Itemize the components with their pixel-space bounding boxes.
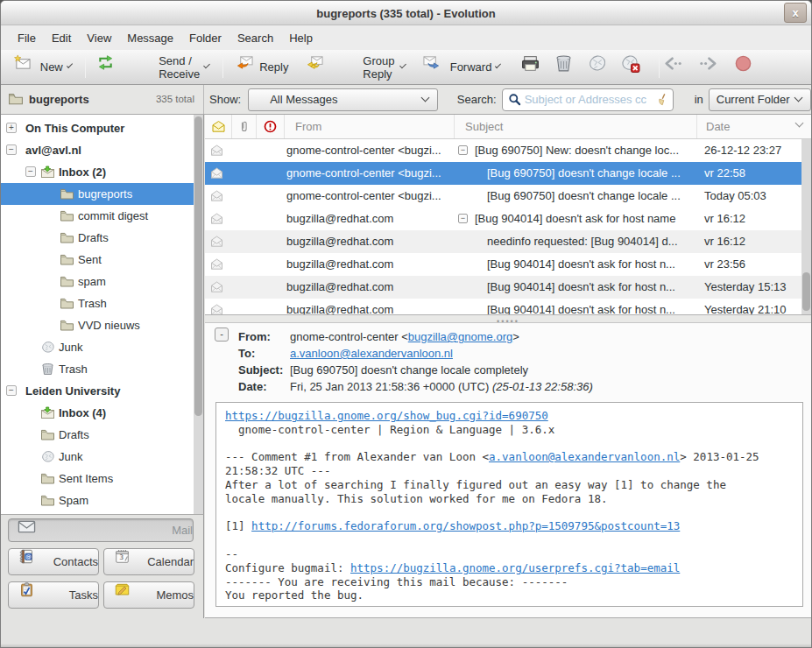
sidebar-item-drafts[interactable]: Drafts <box>1 424 203 446</box>
sidebar-item-inbox-2-[interactable]: −Inbox (2) <box>1 161 203 183</box>
subject-column-header[interactable]: Subject <box>455 115 697 138</box>
sidebar-item-junk[interactable]: Junk <box>1 336 203 358</box>
thread-collapse-icon[interactable]: − <box>458 145 468 155</box>
print-button[interactable] <box>520 54 550 81</box>
memos-view-button[interactable]: Memos <box>103 581 194 609</box>
menu-search[interactable]: Search <box>229 28 281 48</box>
sidebar-item-commit-digest[interactable]: commit digest <box>1 205 203 227</box>
message-row[interactable]: bugzilla@redhat.com−[Bug 904014] doesn't… <box>205 208 811 230</box>
calendar-view-button[interactable]: 3 Calendar <box>103 548 194 575</box>
titlebar[interactable]: bugreports (335 total) - Evolution x <box>1 1 811 25</box>
printer-icon <box>520 54 550 81</box>
svg-text:@: @ <box>25 553 31 560</box>
menu-message[interactable]: Message <box>119 28 181 48</box>
search-box <box>502 88 674 111</box>
body-line: -- <box>225 547 794 561</box>
date-column-header[interactable]: Date <box>697 115 812 138</box>
sidebar-item-spam[interactable]: Spam <box>1 490 203 511</box>
to-email-link[interactable]: a.vanloon@alexandervanloon.nl <box>290 347 453 360</box>
not-junk-button[interactable] <box>620 54 650 81</box>
scrollbar-thumb[interactable] <box>802 272 810 311</box>
online-status-slider-icon[interactable] <box>11 625 812 648</box>
sidebar-item-avl-avl-nl[interactable]: −avl@avl.nl <box>1 139 203 161</box>
delete-button[interactable] <box>554 54 583 81</box>
stop-icon <box>733 54 763 81</box>
next-message-button[interactable] <box>698 54 728 81</box>
message-list-scrollbar[interactable] <box>801 139 811 314</box>
message-subject: [Bug 904014] doesn't ask for host n... <box>487 280 706 293</box>
reply-button[interactable]: Reply <box>229 54 295 81</box>
folder-icon <box>40 428 55 441</box>
sidebar-item-bugreports[interactable]: bugreports <box>1 183 203 205</box>
tasks-view-button[interactable]: Tasks <box>8 581 99 609</box>
sidebar-item-on-this-computer[interactable]: +On This Computer <box>1 117 203 139</box>
from-column-header[interactable]: From <box>285 115 455 138</box>
body-line <box>225 437 794 451</box>
back-arrow-icon <box>663 54 693 81</box>
clear-search-icon[interactable] <box>655 93 668 106</box>
message-row[interactable]: bugzilla@redhat.com[Bug 904014] doesn't … <box>205 276 811 299</box>
sidebar-item-leiden-university[interactable]: −Leiden University <box>1 380 203 402</box>
message-row[interactable]: gnome-control-center <bugzi...[Bug 69075… <box>205 185 811 208</box>
contacts-view-button[interactable]: @ Contacts <box>8 548 99 575</box>
sidebar-item-trash[interactable]: Trash <box>1 292 203 314</box>
menu-view[interactable]: View <box>79 28 119 48</box>
mail-view-button[interactable]: Mail <box>8 518 194 542</box>
message-date: vr 16:12 <box>704 212 745 225</box>
expand-icon[interactable]: + <box>6 123 17 133</box>
sidebar-item-trash[interactable]: Trash <box>1 358 203 380</box>
menu-file[interactable]: File <box>10 28 44 48</box>
collapse-icon[interactable]: − <box>6 144 17 155</box>
show-filter-dropdown[interactable]: All Messages <box>248 88 438 111</box>
sidebar-item-sent[interactable]: Sent <box>1 249 203 271</box>
sidebar-item-vvd-nieuws[interactable]: VVD nieuws <box>1 314 203 336</box>
sidebar-item-drafts[interactable]: Drafts <box>1 227 203 249</box>
attachment-column-header[interactable] <box>232 115 257 138</box>
body-link[interactable]: https://bugzilla.gnome.org/show_bug.cgi?… <box>225 409 548 422</box>
body-link[interactable]: a.vanloon@alexandervanloon.nl <box>489 450 680 463</box>
collapse-headers-button[interactable]: - <box>215 328 229 342</box>
sidebar-scrollbar[interactable] <box>194 115 203 514</box>
folder-icon <box>60 275 74 288</box>
pane-splitter[interactable]: ••••• <box>205 314 811 323</box>
message-row[interactable]: bugzilla@redhat.comneedinfo requested: [… <box>205 230 811 253</box>
body-line: You reported the bug. <box>225 588 794 602</box>
menu-folder[interactable]: Folder <box>181 28 229 48</box>
priority-column-header[interactable] <box>257 115 285 138</box>
body-link[interactable]: http://forums.fedoraforum.org/showpost.p… <box>251 519 680 532</box>
sidebar-item-inbox-4-[interactable]: Inbox (4) <box>1 402 203 424</box>
message-read-icon <box>209 189 224 202</box>
menu-edit[interactable]: Edit <box>44 28 79 48</box>
stop-button[interactable] <box>733 54 763 81</box>
message-row[interactable]: gnome-control-center <bugzi...[Bug 69075… <box>205 162 811 185</box>
close-button[interactable]: x <box>784 3 807 23</box>
previous-message-button[interactable] <box>663 54 693 81</box>
search-input[interactable] <box>525 93 655 106</box>
body-link[interactable]: https://bugzilla.gnome.org/userprefs.cgi… <box>350 561 680 574</box>
message-date: Yesterday 15:13 <box>704 280 786 293</box>
reply-icon <box>236 54 254 81</box>
search-scope-dropdown[interactable]: Current Folder <box>709 88 811 111</box>
group-reply-button[interactable]: Group Reply <box>299 54 412 81</box>
collapse-icon[interactable]: − <box>25 166 36 177</box>
junk-button[interactable] <box>587 54 617 81</box>
sidebar-item-junk[interactable]: Junk <box>1 446 203 468</box>
sidebar-item-spam[interactable]: spam <box>1 271 203 292</box>
new-button[interactable]: New <box>6 54 78 81</box>
from-email-link[interactable]: bugzilla@gnome.org <box>408 330 512 343</box>
menu-help[interactable]: Help <box>281 28 321 48</box>
message-row[interactable]: bugzilla@redhat.com[Bug 904014] doesn't … <box>205 253 811 276</box>
message-row[interactable]: bugzilla@redhat.com[Bug 904014] doesn't … <box>205 299 811 314</box>
thread-collapse-icon[interactable]: − <box>458 214 468 223</box>
paperclip-icon <box>237 120 251 133</box>
sidebar-item-sent-items[interactable]: Sent Items <box>1 468 203 490</box>
send-receive-button[interactable]: Send / Receive <box>89 54 215 81</box>
scrollbar-thumb[interactable] <box>194 116 202 416</box>
status-column-header[interactable] <box>205 115 232 138</box>
toolbar-separator <box>222 57 223 78</box>
message-row[interactable]: gnome-control-center <bugzi...−[Bug 6907… <box>205 139 811 162</box>
forward-button[interactable]: Forward <box>415 54 506 81</box>
sidebar-item-label: avl@avl.nl <box>25 144 81 157</box>
collapse-icon[interactable]: − <box>6 385 17 396</box>
search-icon <box>508 93 521 106</box>
